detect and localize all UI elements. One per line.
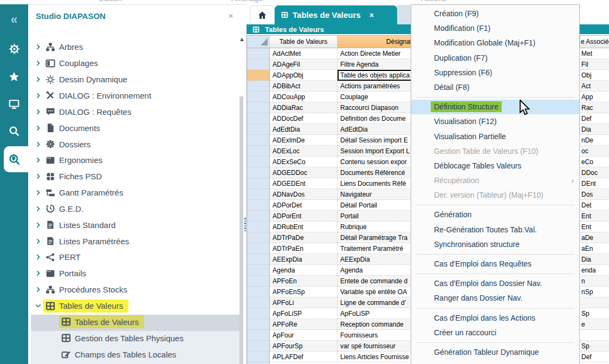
cell-fragment[interactable]: aEn	[580, 243, 609, 254]
cell-name[interactable]: ADBibAct	[270, 81, 338, 92]
table-corner-header[interactable]	[247, 36, 270, 48]
scroll-up-arrow[interactable]: ▲	[239, 36, 245, 42]
cell-fragment[interactable]: DEnt	[580, 178, 609, 189]
menu-item-suppression-f6-[interactable]: Suppression (F6)	[411, 66, 579, 80]
tree-item-dialog-requ-tes[interactable]: DIALOG : Requêtes	[31, 103, 240, 120]
cell-fragment[interactable]: oc	[580, 146, 609, 157]
row-selector[interactable]	[247, 48, 270, 59]
cell-name[interactable]: ADDiaRac	[270, 102, 338, 113]
cell-name[interactable]: ADAgeFil	[270, 59, 338, 70]
column-header-associee[interactable]: e Associée	[580, 36, 609, 48]
tab-home[interactable]	[250, 5, 275, 24]
menu-item-g-n-ration-tableur-dynamique[interactable]: Génération Tableur Dynamique	[411, 345, 579, 360]
cell-fragment[interactable]: Fil	[580, 59, 609, 70]
cell-name[interactable]: APLAFDef	[270, 352, 338, 362]
menu-item-g-n-ration[interactable]: Génération	[411, 207, 579, 222]
chevron-right-icon[interactable]	[33, 286, 43, 293]
row-selector[interactable]	[247, 146, 270, 157]
cell-fragment[interactable]: aDe	[580, 232, 609, 243]
tree-item-gantt-param-tr-s[interactable]: Gantt Paramétrés	[31, 185, 240, 201]
menu-item-cas-d-emploi-dans-les-actions[interactable]: Cas d'Emploi dans les Actions	[411, 311, 579, 326]
cell-name[interactable]: ADRubEnt	[270, 222, 338, 232]
cell-fragment[interactable]: Dia	[580, 124, 609, 135]
chevron-right-icon[interactable]	[33, 141, 43, 148]
tree-item-arbres[interactable]: Arbres	[31, 39, 240, 55]
chevron-right-icon[interactable]	[33, 108, 43, 115]
row-selector[interactable]	[247, 167, 270, 178]
cell-name[interactable]: AdEdtDia	[270, 124, 338, 135]
cell-fragment[interactable]: App	[580, 92, 609, 102]
chevron-right-icon[interactable]	[33, 222, 43, 229]
cell-name[interactable]: APFourSp	[270, 341, 338, 352]
row-selector[interactable]	[247, 341, 270, 352]
cell-name[interactable]: ADPorEnt	[270, 211, 338, 222]
menu-item-modification-globale-maj-f1-[interactable]: Modification Globale (Maj+F1)	[411, 36, 579, 50]
row-selector[interactable]	[247, 124, 270, 135]
row-selector[interactable]	[247, 189, 270, 200]
tree-item-documents[interactable]: Documents	[31, 120, 240, 136]
cell-fragment[interactable]	[580, 330, 609, 341]
chevron-right-icon[interactable]	[33, 205, 43, 212]
sidebar-search-icon[interactable]	[0, 121, 28, 141]
cell-name[interactable]: AdActMet	[270, 48, 338, 59]
menu-item-cas-d-emploi-dans-dossier-nav-[interactable]: Cas d'Emploi dans Dossier Nav.	[411, 276, 579, 291]
chevron-right-icon[interactable]	[33, 173, 43, 180]
cell-fragment[interactable]	[580, 297, 609, 308]
menu-item-ranger-dans-dossier-nav-[interactable]: Ranger dans Dossier Nav.	[411, 291, 579, 306]
cell-name[interactable]: ADDocDef	[270, 113, 338, 124]
tree-item-dessin-dynamique[interactable]: Dessin Dynamique	[31, 72, 240, 88]
tree-item-g-e-d-[interactable]: G.E.D.	[31, 201, 240, 217]
row-selector[interactable]	[247, 319, 270, 330]
menu-item-cas-d-emploi-dans-requ-tes[interactable]: Cas d'Emploi dans Requêtes	[411, 257, 579, 271]
cell-name[interactable]: APFoLi	[270, 297, 338, 308]
tree-item-tables-de-valeurs[interactable]: Tables de Valeurs	[31, 298, 240, 314]
row-selector[interactable]	[247, 157, 270, 167]
menu-item-cr-er-un-raccourci[interactable]: Créer un raccourci	[411, 326, 579, 340]
chevron-right-icon[interactable]	[33, 157, 43, 164]
chevron-right-icon[interactable]	[33, 125, 43, 132]
tree-item-couplages[interactable]: Couplages	[31, 55, 240, 72]
row-selector[interactable]	[247, 276, 270, 287]
row-selector[interactable]	[247, 232, 270, 243]
chevron-right-icon[interactable]	[33, 253, 43, 261]
tree-item-fiches-psd[interactable]: Fiches PSD	[31, 168, 240, 185]
cell-fragment[interactable]: Act	[580, 81, 609, 92]
chevron-right-icon[interactable]	[33, 238, 43, 245]
cell-fragment[interactable]: Rac	[580, 102, 609, 113]
cell-fragment[interactable]: Det	[580, 200, 609, 211]
chevron-right-icon[interactable]	[33, 60, 43, 67]
row-selector[interactable]	[247, 178, 270, 189]
row-selector[interactable]	[247, 308, 270, 319]
cell-fragment[interactable]: enda	[580, 265, 609, 276]
row-selector[interactable]	[247, 330, 270, 341]
row-selector[interactable]	[247, 92, 270, 102]
row-selector[interactable]	[247, 352, 270, 362]
cell-name[interactable]: ApFoLiSP	[270, 308, 338, 319]
cell-name[interactable]: APFoRe	[270, 319, 338, 330]
row-selector[interactable]	[247, 265, 270, 276]
column-header-table-de-valeurs[interactable]: Table de Valeurs	[270, 36, 338, 48]
row-selector[interactable]	[247, 222, 270, 232]
cell-name[interactable]: ADGEDDoc	[270, 167, 338, 178]
cell-fragment[interactable]: n	[580, 276, 609, 287]
cell-name[interactable]: APFoEnSp	[270, 287, 338, 297]
tree-item-ergonomies[interactable]: Ergonomies	[31, 152, 240, 168]
cell-fragment[interactable]: Dia	[580, 254, 609, 265]
cell-fragment[interactable]: e	[580, 319, 609, 330]
cell-fragment[interactable]: nSp	[580, 287, 609, 297]
row-selector[interactable]	[247, 70, 270, 81]
cell-fragment[interactable]: Def	[580, 113, 609, 124]
row-selector[interactable]	[247, 211, 270, 222]
row-selector[interactable]	[247, 287, 270, 297]
cell-name[interactable]: ApFour	[270, 330, 338, 341]
cell-name[interactable]: ADExLoc	[270, 146, 338, 157]
row-selector[interactable]	[247, 200, 270, 211]
menu-item-duplication-f7-[interactable]: Duplication (F7)	[411, 51, 579, 66]
tree-item-dossiers[interactable]: Dossiers	[31, 136, 240, 152]
row-selector[interactable]	[247, 59, 270, 70]
cell-name[interactable]: ADPorDet	[270, 200, 338, 211]
sidebar-collapse-chevrons-icon[interactable]: «	[0, 10, 28, 29]
cell-name[interactable]: APFoEn	[270, 276, 338, 287]
row-selector[interactable]	[247, 102, 270, 113]
menubar-item-affichage[interactable]: Affichage	[231, 0, 263, 3]
